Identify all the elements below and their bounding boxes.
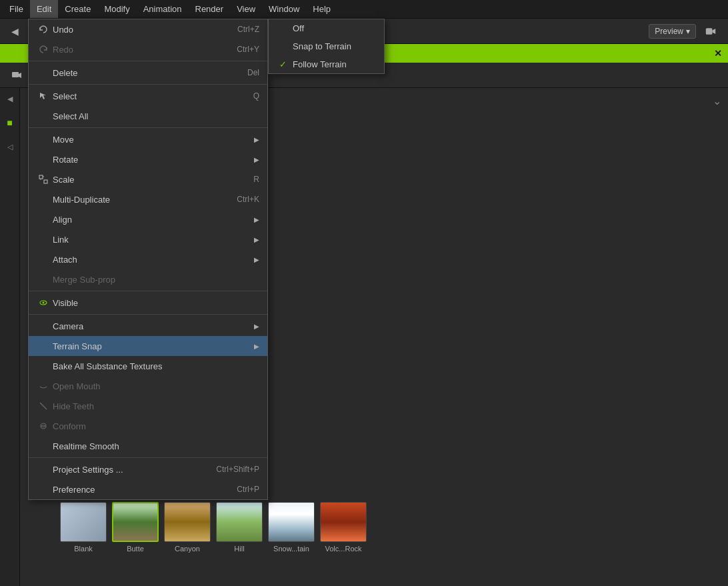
menu-window[interactable]: Window [262,0,306,18]
thumb-blank[interactable]: Blank [60,502,107,553]
delete-icon [37,66,50,79]
realtime-smooth-label: Realtime Smooth [53,441,259,451]
terrain-snap-label: Terrain Snap [53,341,249,351]
thumb-label-blank: Blank [74,545,93,553]
thumb-img-hill [216,502,263,542]
move-arrow-icon: ▶ [254,136,259,143]
menu-file[interactable]: File [3,0,30,18]
menu-item-camera[interactable]: Camera ▶ [29,316,267,336]
menu-item-conform[interactable]: Conform [29,416,267,436]
left-btn-arrow[interactable]: ◁ [2,139,18,155]
terrain-snap-off[interactable]: Off [269,19,384,37]
thumb-img-blank [60,502,107,542]
menu-render[interactable]: Render [189,0,231,18]
delete-shortcut: Del [247,68,259,77]
menu-item-undo[interactable]: Undo Ctrl+Z [29,19,267,39]
back-button[interactable]: ◀ [4,21,25,41]
merge-label: Merge Sub-prop [53,275,259,285]
menu-item-hide-teeth[interactable]: Hide Teeth [29,396,267,416]
select-label: Select [53,91,240,101]
preference-label: Preference [53,485,223,495]
undo-shortcut: Ctrl+Z [237,25,259,34]
merge-icon [37,273,50,286]
move-icon [37,133,50,146]
menu-item-visible[interactable]: Visible [29,293,267,313]
project-settings-shortcut: Ctrl+Shift+P [216,465,259,474]
thumb-label-canyon: Canyon [175,545,200,553]
visible-label: Visible [53,298,259,308]
menu-item-select[interactable]: Select Q [29,86,267,106]
follow-label: Follow Terrain [293,59,373,69]
preview-dropdown[interactable]: Preview ▾ [649,24,696,39]
menu-item-scale[interactable]: Scale R [29,169,267,189]
menu-item-delete[interactable]: Delete Del [29,63,267,83]
conform-icon [37,419,50,433]
content-close-button[interactable]: ✕ [712,47,724,59]
menu-item-multi-duplicate[interactable]: Multi-Duplicate Ctrl+K [29,189,267,209]
scale-shortcut: R [253,175,259,184]
eye-icon [37,296,50,309]
thumb-canyon[interactable]: Canyon [164,502,211,553]
redo-label: Redo [53,45,223,55]
thumb-img-snowtain [268,502,315,542]
rotate-label: Rotate [53,155,249,165]
align-arrow-icon: ▶ [254,216,259,223]
menu-create[interactable]: Create [58,0,97,18]
menu-help[interactable]: Help [306,0,337,18]
menu-item-redo[interactable]: Redo Ctrl+Y [29,39,267,59]
move-label: Move [53,135,249,145]
terrain-snap-arrow-icon: ▶ [254,343,259,350]
thumb-label-butte: Butte [127,545,144,553]
menu-item-move[interactable]: Move ▶ [29,129,267,149]
bake-label: Bake All Substance Textures [53,361,259,371]
camera-arrow-icon: ▶ [254,323,259,330]
thumb-volcrock[interactable]: Volc...Rock [320,502,367,553]
menu-item-preference[interactable]: Preference Ctrl+P [29,479,267,499]
menu-sep-1 [29,61,267,61]
camera-menu-icon [37,319,50,333]
open-mouth-icon [37,379,50,393]
left-btn-green[interactable]: ■ [2,115,18,131]
menu-item-open-mouth[interactable]: Open Mouth [29,376,267,396]
menu-view[interactable]: View [230,0,262,18]
menu-edit[interactable]: Edit [30,0,58,18]
menu-item-terrain-snap[interactable]: Terrain Snap ▶ [29,336,267,356]
align-label: Align [53,215,249,225]
menu-item-select-all[interactable]: Select All [29,106,267,126]
open-mouth-label: Open Mouth [53,381,259,391]
menu-item-align[interactable]: Align ▶ [29,209,267,229]
scale-icon [37,173,50,186]
thumb-butte[interactable]: Butte [112,502,159,553]
preference-shortcut: Ctrl+P [237,485,259,494]
tab-back[interactable] [5,65,28,85]
undo-label: Undo [53,25,224,35]
thumb-label-hill: Hill [234,545,244,553]
select-icon [37,89,50,103]
menu-item-project-settings[interactable]: Project Settings ... Ctrl+Shift+P [29,459,267,479]
menu-item-link[interactable]: Link ▶ [29,229,267,249]
menu-modify[interactable]: Modify [97,0,136,18]
terrain-snap-snap[interactable]: Snap to Terrain [269,37,384,55]
menu-item-attach[interactable]: Attach ▶ [29,249,267,269]
camera-label: Camera [53,321,249,331]
thumb-img-volcrock [320,502,367,542]
terrain-snap-follow[interactable]: ✓ Follow Terrain [269,55,384,73]
thumb-img-butte [112,502,159,542]
menu-item-merge-sub-prop[interactable]: Merge Sub-prop [29,269,267,289]
terrain-snap-icon [37,339,50,353]
menu-item-bake-substance[interactable]: Bake All Substance Textures [29,356,267,376]
thumb-snowtain[interactable]: Snow...tain [268,502,315,553]
snap-check-icon [279,41,290,51]
left-btn-1[interactable]: ◀ [2,91,18,107]
menubar: File Edit Create Modify Animation Render… [0,0,728,19]
svg-point-30 [43,302,45,304]
menu-item-realtime-smooth[interactable]: Realtime Smooth [29,436,267,456]
menu-animation[interactable]: Animation [137,0,189,18]
dropdown-chevron-icon[interactable]: ⌄ [713,95,721,107]
video-record-button[interactable] [697,21,724,41]
terrain-snap-submenu: Off Snap to Terrain ✓ Follow Terrain [268,19,385,74]
snap-label: Snap to Terrain [293,41,373,51]
menu-sep-4 [29,291,267,291]
thumb-hill[interactable]: Hill [216,502,263,553]
menu-item-rotate[interactable]: Rotate ▶ [29,149,267,169]
